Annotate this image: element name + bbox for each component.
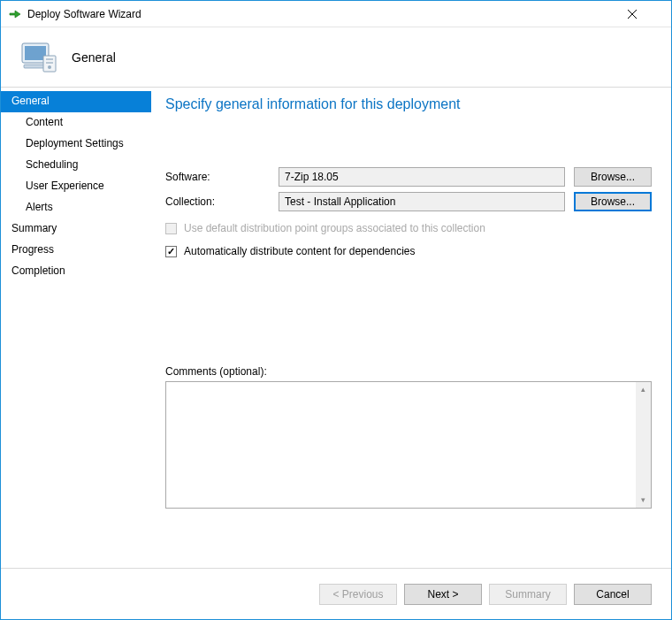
sidebar-item-summary[interactable]: Summary — [1, 218, 151, 240]
close-icon — [627, 9, 662, 19]
sidebar-item-label: Progress — [11, 243, 54, 256]
sidebar-item-label: General — [11, 95, 50, 107]
sidebar-item-label: Deployment Settings — [26, 137, 124, 149]
comments-textarea[interactable] — [166, 382, 636, 508]
sidebar-item-label: Content — [26, 116, 63, 128]
collection-input[interactable] — [279, 192, 565, 211]
svg-rect-5 — [46, 62, 53, 64]
svg-point-6 — [48, 65, 51, 69]
sidebar-item-deployment-settings[interactable]: Deployment Settings — [1, 134, 151, 155]
use-default-dp-label: Use default distribution point groups as… — [184, 222, 485, 234]
window-title: Deploy Software Wizard — [27, 8, 141, 20]
software-row: Software: Browse... — [165, 167, 652, 187]
titlebar: Deploy Software Wizard — [1, 1, 671, 27]
software-label: Software: — [165, 171, 279, 183]
checkmark-icon: ✓ — [167, 247, 175, 256]
computer-icon — [17, 36, 59, 79]
wizard-body: General Content Deployment Settings Sche… — [1, 88, 671, 568]
sidebar-item-completion[interactable]: Completion — [1, 261, 151, 282]
next-button[interactable]: Next > — [404, 584, 482, 605]
sidebar-item-general[interactable]: General — [1, 91, 151, 112]
summary-button: Summary — [489, 584, 567, 605]
software-browse-button[interactable]: Browse... — [574, 167, 652, 187]
auto-distribute-label: Automatically distribute content for dep… — [184, 245, 416, 257]
collection-browse-button[interactable]: Browse... — [574, 192, 652, 211]
sidebar-item-label: Scheduling — [26, 158, 78, 171]
software-input[interactable] — [279, 167, 565, 187]
wizard-footer: < Previous Next > Summary Cancel — [1, 568, 671, 619]
sidebar-item-user-experience[interactable]: User Experience — [1, 176, 151, 197]
comments-label: Comments (optional): — [165, 365, 652, 378]
comments-container: ▴ ▾ — [165, 381, 652, 509]
svg-rect-1 — [25, 46, 46, 60]
wizard-content: Specify general information for this dep… — [151, 88, 671, 568]
scroll-up-icon: ▴ — [636, 382, 651, 397]
header-section-label: General — [72, 50, 116, 65]
previous-button: < Previous — [319, 584, 397, 605]
sidebar-item-scheduling[interactable]: Scheduling — [1, 155, 151, 176]
comments-scrollbar[interactable]: ▴ ▾ — [636, 382, 651, 508]
header-banner: General — [1, 27, 671, 88]
sidebar-item-label: Alerts — [26, 201, 53, 213]
sidebar-item-label: Completion — [11, 264, 65, 277]
scroll-down-icon: ▾ — [636, 493, 651, 508]
sidebar-item-alerts[interactable]: Alerts — [1, 197, 151, 218]
close-button[interactable] — [627, 9, 662, 19]
sidebar-item-label: User Experience — [26, 180, 104, 192]
use-default-dp-row: Use default distribution point groups as… — [165, 222, 652, 234]
wizard-sidebar: General Content Deployment Settings Sche… — [1, 88, 151, 568]
titlebar-left: Deploy Software Wizard — [8, 7, 141, 21]
cancel-button[interactable]: Cancel — [574, 584, 652, 605]
collection-label: Collection: — [165, 195, 279, 208]
sidebar-item-label: Summary — [11, 222, 57, 234]
svg-rect-4 — [46, 58, 53, 60]
use-default-dp-checkbox — [165, 223, 177, 234]
auto-distribute-row: ✓ Automatically distribute content for d… — [165, 245, 652, 257]
sidebar-item-progress[interactable]: Progress — [1, 240, 151, 261]
page-title: Specify general information for this dep… — [165, 96, 652, 112]
sidebar-item-content[interactable]: Content — [1, 112, 151, 134]
app-arrow-icon — [8, 7, 22, 21]
auto-distribute-checkbox[interactable]: ✓ — [165, 246, 177, 257]
collection-row: Collection: Browse... — [165, 192, 652, 211]
